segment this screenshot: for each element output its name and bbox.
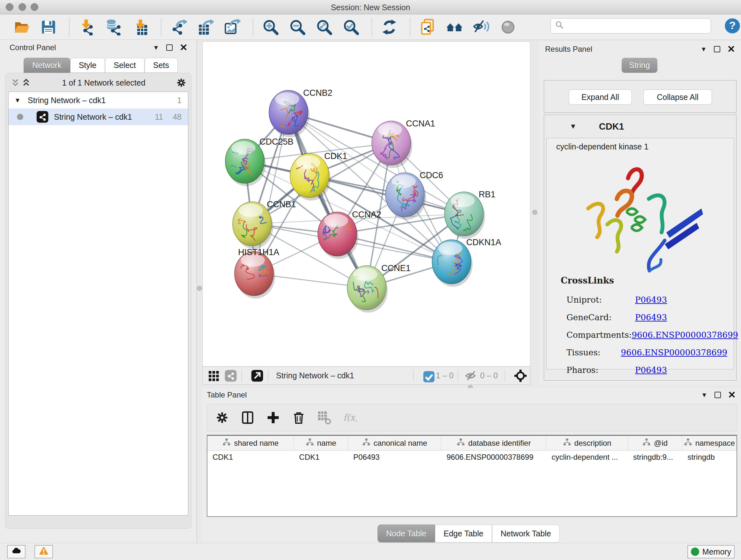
network-options-gear-icon[interactable] [176, 77, 187, 88]
expand-all-networks-icon[interactable] [21, 77, 31, 88]
collapse-all-button[interactable]: Collapse All [643, 89, 712, 105]
results-panel-close-icon[interactable]: ✕ [727, 46, 735, 52]
fit-selected-crosshair-icon[interactable] [514, 369, 527, 382]
results-panel-maximize-icon[interactable] [714, 46, 720, 52]
help-button[interactable]: ? [724, 17, 741, 35]
refresh-icon[interactable] [381, 18, 398, 36]
collection-expander-icon[interactable]: ▼ [14, 97, 21, 104]
search-box[interactable] [550, 18, 711, 34]
control-panel-close-icon[interactable]: ✕ [180, 44, 188, 51]
control-panel-maximize-icon[interactable] [166, 44, 173, 51]
birds-eye-grid-icon[interactable] [207, 369, 220, 382]
network-canvas[interactable]: CCNB2CCNA1CDC25BCDK1CDC6RB1CCNB1CCNA2CDK… [202, 42, 530, 367]
control-panel-float-icon[interactable]: ▼ [153, 44, 159, 51]
node-description: cyclin-dependent kinase 1 [556, 142, 649, 151]
network-share-icon[interactable] [224, 369, 237, 382]
crosslink-value-link[interactable]: P06493 [635, 365, 667, 375]
tab-network-table[interactable]: Network Table [492, 524, 560, 543]
column-header-name[interactable]: name [294, 436, 348, 450]
toolbar-separator [161, 18, 161, 37]
home-pair-icon[interactable] [446, 18, 463, 36]
import-table-icon[interactable] [131, 18, 149, 36]
window-titlebar: Session: New Session [0, 0, 741, 14]
results-panel-float-icon[interactable]: ▼ [700, 46, 707, 53]
expand-all-button[interactable]: Expand All [569, 89, 632, 105]
right-splitter-handle[interactable] [532, 210, 537, 215]
export-table-icon[interactable] [197, 18, 214, 36]
zoom-in-icon[interactable] [262, 18, 280, 36]
collapse-all-networks-icon[interactable] [10, 77, 21, 88]
node-table[interactable]: shared namenamecanonical namedatabase id… [207, 435, 737, 517]
table-cell[interactable]: stringdb:9... [628, 450, 683, 464]
crosslink-value-link[interactable]: P06493 [635, 295, 667, 305]
table-row[interactable]: CDK1CDK1P064939606.ENSP00000378699cyclin… [207, 450, 737, 464]
warnings-button[interactable] [35, 545, 53, 558]
section-expander-icon[interactable]: ▼ [569, 122, 577, 131]
import-database-icon[interactable] [105, 18, 123, 36]
crosslink-value-link[interactable]: 9606.ENSP00000378699 [632, 330, 738, 340]
cloud-button[interactable] [7, 545, 25, 558]
tab-style[interactable]: Style [70, 58, 105, 73]
column-label: shared name [234, 439, 279, 448]
table-cell[interactable]: CDK1 [207, 450, 294, 464]
hidden-eye-icon[interactable] [465, 369, 477, 382]
crosslink-row: Tissues:9606.ENSP00000378699 [566, 344, 727, 361]
table-cell[interactable]: 9606.ENSP00000378699 [441, 450, 546, 464]
gray-sphere-icon[interactable] [499, 18, 517, 36]
column-label: canonical name [374, 439, 427, 448]
tab-network[interactable]: Network [23, 58, 70, 73]
column-header-description[interactable]: description [546, 436, 628, 450]
hide-eye-icon[interactable] [472, 18, 490, 36]
tab-sets[interactable]: Sets [145, 58, 178, 73]
tab-string[interactable]: String [622, 58, 657, 73]
search-input[interactable] [564, 19, 711, 32]
column-header-namespace[interactable]: namespace [682, 436, 737, 450]
selected-nodes-checkbox-icon[interactable] [422, 370, 433, 381]
import-network-icon[interactable] [78, 18, 96, 36]
crosslink-label: Compartments: [566, 330, 632, 340]
table-cell[interactable]: cyclin-dependent ... [546, 450, 628, 464]
trash-icon[interactable] [291, 410, 306, 425]
table-panel-maximize-icon[interactable] [715, 392, 721, 398]
network-graph[interactable]: CCNB2CCNA1CDC25BCDK1CDC6RB1CCNB1CCNA2CDK… [203, 42, 530, 366]
crosslink-row: Uniprot:P06493 [566, 291, 727, 308]
column-header-database-identifier[interactable]: database identifier [441, 436, 546, 450]
node-label-RB1: RB1 [479, 190, 495, 199]
column-header--id[interactable]: @id [628, 436, 683, 450]
node-label-CDK1: CDK1 [324, 151, 347, 161]
tab-select[interactable]: Select [105, 58, 144, 73]
table-panel-float-icon[interactable]: ▼ [701, 391, 708, 399]
export-network-icon[interactable] [170, 18, 188, 36]
svg-text:f(x): f(x) [343, 412, 357, 422]
crosslink-row: GeneCard:P06493 [566, 308, 727, 326]
node-result-header[interactable]: ▼ CDK1 [544, 115, 736, 138]
detach-view-icon[interactable] [251, 369, 264, 382]
tab-edge-table[interactable]: Edge Table [435, 524, 492, 543]
columns-icon[interactable] [240, 410, 255, 425]
table-cell[interactable]: CDK1 [294, 450, 348, 464]
column-header-canonical-name[interactable]: canonical name [348, 436, 441, 450]
table-panel-close-icon[interactable]: ✕ [728, 392, 736, 398]
column-type-icon [563, 438, 571, 448]
crosslink-value-link[interactable]: 9606.ENSP00000378699 [621, 348, 727, 357]
gear-icon[interactable] [215, 410, 229, 425]
network-row[interactable]: String Network – cdk1 11 48 [9, 109, 188, 125]
memory-button[interactable]: Memory [687, 545, 735, 558]
current-network-name: String Network – cdk1 [276, 371, 409, 380]
left-splitter-handle[interactable] [197, 286, 202, 291]
tab-node-table[interactable]: Node Table [378, 524, 435, 543]
zoom-out-icon[interactable] [288, 18, 307, 36]
open-folder-icon[interactable] [13, 18, 30, 36]
network-collection-row[interactable]: ▼ String Network – cdk1 1 [9, 92, 188, 109]
clipboard-network-icon[interactable] [419, 18, 436, 36]
plus-icon[interactable] [266, 410, 280, 425]
export-image-icon[interactable] [223, 18, 241, 36]
save-icon[interactable] [40, 18, 57, 36]
zoom-selected-icon[interactable] [342, 18, 360, 36]
node-count: 11 [155, 112, 163, 122]
table-cell[interactable]: P06493 [348, 450, 441, 464]
column-header-shared-name[interactable]: shared name [207, 436, 294, 450]
crosslink-value-link[interactable]: P06493 [635, 313, 667, 322]
table-cell[interactable]: stringdb [682, 450, 737, 464]
zoom-fit-icon[interactable] [315, 18, 333, 36]
